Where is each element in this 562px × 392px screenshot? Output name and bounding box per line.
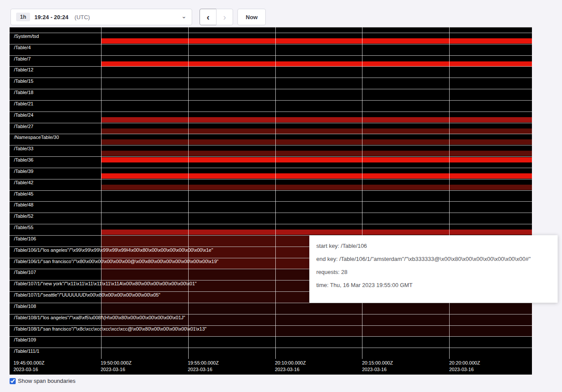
keyviz-canvas[interactable]: /System/tsd/Table/4/Table/7/Table/12/Tab… — [10, 27, 532, 375]
heat-band[interactable] — [101, 61, 532, 67]
span-key-label: /Table/45 — [14, 191, 34, 196]
span-key-label: /Table/108/1/"san francisco"/"\x8c\xcc\x… — [14, 326, 207, 331]
span-key-label: /Table/15 — [14, 78, 34, 84]
span-key-label: /Table/7 — [14, 56, 31, 61]
span-key-label: /Table/48 — [14, 202, 34, 207]
gridline — [101, 27, 102, 359]
span-key-label: /Table/108 — [14, 304, 36, 309]
span-row[interactable]: /Table/36 — [10, 156, 532, 168]
span-key-label: /Table/111/1 — [14, 348, 39, 354]
time-nav-group: ‹ › — [200, 9, 233, 25]
axis-tick-label: 20:10:00.000Z2023-03-16 — [275, 360, 306, 373]
span-key-label: /Table/107/1/"new york"/"\x11\x11\x11\x1… — [14, 281, 196, 286]
next-window-button[interactable]: › — [216, 9, 233, 25]
time-range-text: 19:24 - 20:24 — [34, 14, 68, 20]
span-row[interactable]: /Table/39 — [10, 168, 532, 179]
span-key-label: /Table/109 — [14, 337, 36, 342]
heat-band[interactable] — [101, 128, 532, 134]
span-key-label: /Table/106 — [14, 236, 36, 241]
span-boundaries-label: Show span boundaries — [18, 378, 75, 384]
axis-tick-label: 19:45:00.000Z2023-03-16 — [14, 360, 44, 373]
span-key-label: /Table/24 — [14, 112, 34, 118]
span-key-label: /Table/33 — [14, 146, 34, 151]
heat-band[interactable] — [101, 173, 532, 179]
span-row[interactable]: /Table/33 — [10, 145, 532, 156]
span-key-label: /Table/55 — [14, 225, 34, 230]
span-key-label: /Table/21 — [14, 101, 34, 106]
axis-tick-label: 19:50:00.000Z2023-03-16 — [101, 360, 132, 373]
span-row[interactable]: /Table/48 — [10, 201, 532, 213]
toolbar: 1h 19:24 - 20:24 (UTC) ⌄ ‹ › Now — [10, 9, 266, 25]
span-key-label: /Table/18 — [14, 90, 34, 95]
span-row[interactable]: /Table/45 — [10, 190, 532, 202]
span-row[interactable]: /Table/108/1/"los angeles"/"\xa8\xf5\u00… — [10, 314, 532, 325]
span-row[interactable]: /Table/111/1 — [10, 348, 532, 359]
heat-band[interactable] — [101, 303, 532, 314]
span-row[interactable]: /Table/15 — [10, 78, 532, 89]
tooltip-end-key: end key: /Table/106/1/"amsterdam"/"\xb33… — [316, 256, 551, 262]
span-row[interactable]: /Table/109 — [10, 336, 532, 348]
heat-band[interactable] — [101, 117, 532, 122]
tooltip-requests: requests: 28 — [316, 269, 551, 275]
heat-band[interactable] — [101, 230, 532, 235]
span-key-label: /Table/4 — [14, 45, 31, 50]
span-row[interactable]: /Table/7 — [10, 55, 532, 67]
show-span-boundaries-toggle[interactable]: Show span boundaries — [10, 378, 75, 384]
axis-tick-label: 20:20:00.000Z2023-03-16 — [449, 360, 480, 373]
time-window-select[interactable]: 1h 19:24 - 20:24 (UTC) ⌄ — [10, 9, 192, 25]
gridline — [188, 27, 189, 359]
chevron-right-icon: › — [223, 12, 226, 22]
axis-tick-label: 20:15:00.000Z2023-03-16 — [362, 360, 393, 373]
span-row[interactable]: /Table/21 — [10, 100, 532, 112]
x-axis: 19:45:00.000Z2023-03-1619:50:00.000Z2023… — [10, 359, 532, 375]
span-row[interactable]: /Table/4 — [10, 44, 532, 55]
span-key-label: /System/tsd — [14, 34, 39, 39]
span-key-label: /Table/107 — [14, 270, 36, 275]
span-key-label: /Table/36 — [14, 157, 34, 162]
span-row[interactable]: /Table/55 — [10, 224, 532, 235]
prev-window-button[interactable]: ‹ — [200, 9, 217, 25]
span-row[interactable]: /System/tsd — [10, 33, 532, 44]
heat-band[interactable] — [101, 151, 532, 156]
span-key-label: /Table/52 — [14, 213, 34, 219]
heat-band[interactable] — [101, 185, 532, 190]
tooltip-start-key: start key: /Table/106 — [316, 243, 551, 249]
span-row[interactable]: /Table/52 — [10, 213, 532, 224]
span-key-label: /NamespaceTable/30 — [14, 135, 59, 140]
span-key-label: /Table/106/1/"los angeles"/"\x99\x99\x99… — [14, 247, 213, 253]
heat-band[interactable] — [101, 157, 532, 162]
span-row[interactable]: /Table/108/1/"san francisco"/"\x8c\xcc\x… — [10, 325, 532, 337]
now-button[interactable]: Now — [237, 9, 266, 25]
span-row[interactable]: /Table/27 — [10, 123, 532, 134]
span-row[interactable]: /Table/42 — [10, 179, 532, 190]
span-boundaries-checkbox[interactable] — [10, 378, 16, 384]
chevron-left-icon: ‹ — [207, 12, 210, 22]
span-row[interactable]: /Table/18 — [10, 89, 532, 100]
gridline — [449, 27, 450, 359]
span-key-label: /Table/39 — [14, 169, 34, 174]
span-row-partial[interactable] — [10, 27, 532, 33]
heat-band[interactable] — [101, 139, 532, 145]
span-key-label: /Table/107/1/"seattle"/"UUUUUUD\x00\x80\… — [14, 292, 160, 297]
span-key-label: /Table/106/1/"san francisco"/"\x80\x00\x… — [14, 259, 219, 264]
timezone-text: (UTC) — [74, 14, 90, 20]
span-tooltip: start key: /Table/106 end key: /Table/10… — [309, 235, 558, 303]
gridline — [362, 27, 362, 359]
heat-band[interactable] — [101, 38, 532, 44]
span-row[interactable]: /NamespaceTable/30 — [10, 134, 532, 145]
chevron-down-icon: ⌄ — [181, 13, 186, 19]
span-row[interactable]: /Table/108 — [10, 303, 532, 314]
span-row[interactable]: /Table/24 — [10, 112, 532, 123]
tooltip-time: time: Thu, 16 Mar 2023 19:55:00 GMT — [316, 282, 551, 288]
span-key-label: /Table/12 — [14, 67, 34, 72]
gridline — [275, 27, 276, 359]
time-window-badge: 1h — [16, 13, 30, 21]
axis-tick-label: 19:55:00.000Z2023-03-16 — [188, 360, 219, 373]
span-key-label: /Table/42 — [14, 180, 34, 185]
span-rows: /System/tsd/Table/4/Table/7/Table/12/Tab… — [10, 27, 532, 359]
span-key-label: /Table/27 — [14, 124, 34, 129]
span-row[interactable]: /Table/12 — [10, 66, 532, 78]
span-key-label: /Table/108/1/"los angeles"/"\xa8\xf5\u00… — [14, 315, 185, 320]
